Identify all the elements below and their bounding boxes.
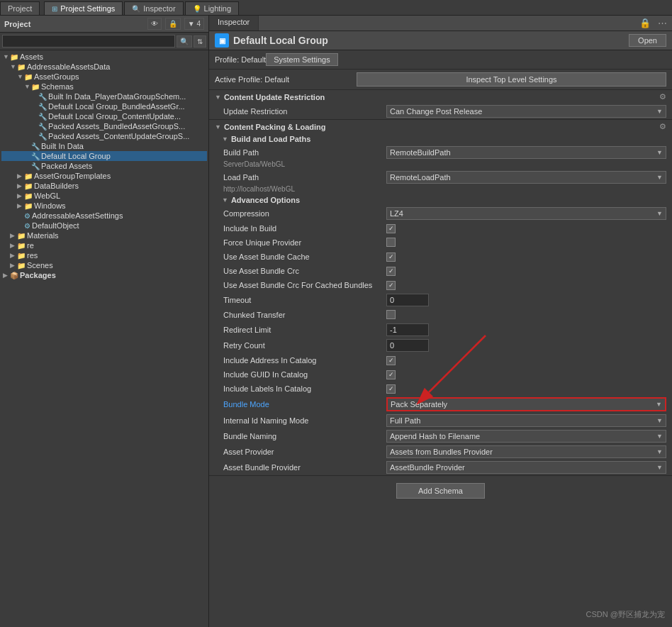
tree-item-packages[interactable]: ▶ 📦 Packages	[1, 270, 207, 280]
content-update-gear-icon[interactable]: ⚙	[659, 92, 666, 101]
add-schema-button[interactable]: Add Schema	[396, 483, 485, 499]
tree-item-asset-group-templates[interactable]: ▶ 📁 AssetGroupTemplates	[1, 171, 207, 181]
chunked-row: Chunked Transfer	[209, 308, 672, 322]
inspect-top-level-button[interactable]: Inspect Top Level Settings	[357, 72, 666, 87]
tree-item-default-local-content[interactable]: 🔧 Default Local Group_ContentUpdate...	[1, 111, 207, 121]
group-icon: ▣	[215, 33, 229, 48]
tree-item-default-object[interactable]: ⚙ DefaultObject	[1, 221, 207, 231]
group-header: ▣ Default Local Group Open	[209, 31, 672, 50]
tree-item-addressable[interactable]: ▼ 📁 AddressableAssetsData	[1, 62, 207, 72]
compression-dropdown[interactable]: LZ4 ▼	[386, 207, 666, 220]
include-address-checkbox[interactable]	[386, 356, 396, 365]
tree-item-schemas[interactable]: ▼ 📁 Schemas	[1, 82, 207, 91]
tree-item-res[interactable]: ▶ 📁 res	[1, 250, 207, 260]
include-address-row: Include Address In Catalog	[209, 353, 672, 367]
content-update-title: Content Update Restriction	[224, 93, 325, 101]
bundle-naming-value: Append Hash to Filename	[390, 432, 480, 440]
bundle-naming-dropdown[interactable]: Append Hash to Filename ▼	[386, 430, 666, 443]
tree-item-packed-content[interactable]: 🔧 Packed Assets_ContentUpdateGroupS...	[1, 131, 207, 141]
project-tab-label: Project	[8, 4, 32, 13]
bundle-cache-row: Use Asset Bundle Cache	[209, 250, 672, 264]
content-update-section: ▼ Content Update Restriction ⚙ Update Re…	[209, 90, 672, 120]
right-tab-inspector-label: Inspector	[218, 18, 250, 26]
update-restriction-dropdown[interactable]: Can Change Post Release ▼	[386, 105, 666, 118]
tree-item-re[interactable]: ▶ 📁 re	[1, 240, 207, 250]
tab-project[interactable]: Project	[0, 1, 40, 15]
chunked-label: Chunked Transfer	[223, 311, 386, 319]
chunked-checkbox[interactable]	[386, 310, 396, 319]
bundle-crc-checkbox[interactable]	[386, 267, 396, 276]
right-panel-more-btn[interactable]: ⋯	[656, 17, 669, 29]
redirect-input[interactable]	[386, 323, 429, 336]
asset-bundle-provider-value: AssetBundle Provider	[390, 463, 465, 472]
include-guid-label: Include GUID In Catalog	[223, 370, 386, 379]
eye-toggle-btn[interactable]: 👁	[147, 18, 162, 30]
update-restriction-value: Can Change Post Release	[390, 107, 482, 116]
right-tab-inspector[interactable]: Inspector	[209, 16, 259, 30]
asset-bundle-provider-label: Asset Bundle Provider	[223, 463, 386, 472]
crc-cached-checkbox[interactable]	[386, 281, 396, 290]
system-settings-button[interactable]: System Settings	[266, 53, 337, 66]
content-packing-gear-icon[interactable]: ⚙	[659, 122, 666, 131]
force-unique-checkbox[interactable]	[386, 238, 396, 247]
advanced-options-title: Advanced Options	[231, 196, 300, 204]
tree-item-built-in-schema[interactable]: 🔧 Built In Data_PlayerDataGroupSchem...	[1, 91, 207, 101]
active-profile-row: Active Profile: Default Inspect Top Leve…	[209, 70, 672, 90]
more-btn[interactable]: ▼ 4	[184, 18, 204, 30]
include-in-build-checkbox[interactable]	[386, 224, 396, 233]
tab-project-settings[interactable]: ⊞ Project Settings	[44, 1, 123, 15]
tree-item-default-local-group[interactable]: 🔧 Default Local Group	[1, 151, 207, 161]
load-path-row: Load Path RemoteLoadPath ▼	[209, 170, 672, 185]
include-labels-checkbox[interactable]	[386, 384, 396, 394]
search-btn[interactable]: 🔍	[177, 35, 192, 48]
internal-id-dropdown[interactable]: Full Path ▼	[386, 414, 666, 427]
tree-item-assetgroups[interactable]: ▼ 📁 AssetGroups	[1, 72, 207, 82]
internal-id-row: Internal Id Naming Mode Full Path ▼	[209, 413, 672, 428]
tab-lighting[interactable]: 💡 Lighting	[185, 1, 240, 15]
retry-row: Retry Count	[209, 338, 672, 353]
tab-inspector[interactable]: 🔍 Inspector	[124, 1, 183, 15]
tree-item-packed-schema[interactable]: 🔧 Packed Assets_BundledAssetGroupS...	[1, 121, 207, 131]
tree-item-materials[interactable]: ▶ 📁 Materials	[1, 231, 207, 240]
retry-input[interactable]	[386, 339, 429, 352]
timeout-input[interactable]	[386, 294, 429, 306]
load-path-label: Load Path	[223, 173, 386, 182]
build-path-dropdown[interactable]: RemoteBuildPath ▼	[386, 146, 666, 159]
right-panel-lock-btn[interactable]: 🔒	[637, 17, 653, 29]
bundle-mode-value: Pack Separately	[391, 400, 447, 409]
load-path-dropdown[interactable]: RemoteLoadPath ▼	[386, 171, 666, 184]
content-update-header[interactable]: ▼ Content Update Restriction ⚙	[209, 90, 672, 104]
tree-item-data-builders[interactable]: ▶ 📁 DataBuilders	[1, 181, 207, 191]
tree-item-addressable-settings[interactable]: ⚙ AddressableAssetSettings	[1, 211, 207, 221]
inspector-tab-label: Inspector	[143, 4, 175, 13]
search-input[interactable]	[2, 35, 175, 48]
tree-item-assets[interactable]: ▼ 📁 Assets	[1, 52, 207, 62]
build-path-label: Build Path	[223, 148, 386, 157]
tree-item-webgl[interactable]: ▶ 📁 WebGL	[1, 191, 207, 201]
left-panel-header: Project 👁 🔒 ▼ 4	[0, 16, 208, 33]
bundle-mode-dropdown[interactable]: Pack Separately ▼	[386, 397, 666, 411]
asset-bundle-provider-dropdown[interactable]: AssetBundle Provider ▼	[386, 461, 666, 474]
advanced-options-header[interactable]: ▼ Advanced Options	[209, 194, 672, 206]
load-path-value: RemoteLoadPath	[390, 173, 451, 182]
bundle-cache-checkbox[interactable]	[386, 253, 396, 262]
include-guid-checkbox[interactable]	[386, 370, 396, 379]
tree-item-packed-assets[interactable]: 🔧 Packed Assets	[1, 161, 207, 171]
lighting-tab-label: Lighting	[204, 4, 232, 13]
build-load-paths-header[interactable]: ▼ Build and Load Paths	[209, 133, 672, 145]
build-load-paths-title: Build and Load Paths	[231, 135, 310, 143]
tree-item-scenes[interactable]: ▶ 📁 Scenes	[1, 260, 207, 270]
build-path-value: RemoteBuildPath	[390, 148, 451, 157]
asset-provider-value: Assets from Bundles Provider	[390, 448, 493, 456]
tree-item-built-in-data[interactable]: 🔧 Built In Data	[1, 141, 207, 151]
add-schema-container: Add Schema	[209, 476, 672, 506]
compression-row: Compression LZ4 ▼	[209, 206, 672, 221]
tree-item-default-local-schema[interactable]: 🔧 Default Local Group_BundledAssetGr...	[1, 101, 207, 111]
lock-btn[interactable]: 🔒	[165, 18, 181, 30]
content-packing-header[interactable]: ▼ Content Packing & Loading ⚙	[209, 120, 672, 133]
asset-provider-row: Asset Provider Assets from Bundles Provi…	[209, 444, 672, 460]
asset-provider-dropdown[interactable]: Assets from Bundles Provider ▼	[386, 445, 666, 458]
tree-item-windows[interactable]: ▶ 📁 Windows	[1, 201, 207, 211]
sort-btn[interactable]: ⇅	[194, 35, 206, 48]
open-button[interactable]: Open	[629, 34, 666, 47]
